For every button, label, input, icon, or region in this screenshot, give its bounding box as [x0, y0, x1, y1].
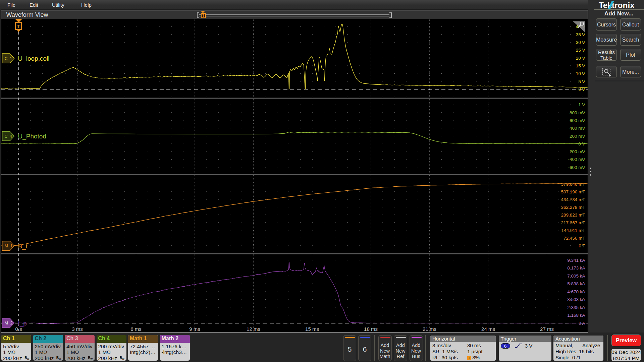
- svg-text:217.367 mT: 217.367 mT: [561, 220, 585, 225]
- svg-text:800 mV: 800 mV: [569, 110, 585, 115]
- svg-text:2.335 kA: 2.335 kA: [567, 305, 585, 310]
- svg-text:18 ms: 18 ms: [364, 326, 378, 332]
- svg-text:8.173 kA: 8.173 kA: [567, 265, 585, 270]
- svg-text:7.005 kA: 7.005 kA: [567, 274, 585, 279]
- svg-text:400 mV: 400 mV: [569, 126, 585, 131]
- svg-text:M 1: M 1: [4, 244, 13, 248]
- svg-text:27 ms: 27 ms: [540, 326, 554, 332]
- svg-text:9 ms: 9 ms: [189, 326, 200, 332]
- svg-text:30 V: 30 V: [576, 40, 585, 45]
- svg-text:362.278 mT: 362.278 mT: [561, 205, 585, 210]
- svg-text:12 ms: 12 ms: [247, 326, 260, 332]
- svg-text:0 s: 0 s: [15, 326, 22, 332]
- svg-text:10 V: 10 V: [576, 71, 585, 76]
- svg-text:4.670 kA: 4.670 kA: [567, 289, 585, 294]
- svg-text:M 2: M 2: [4, 321, 13, 325]
- svg-text:1 V: 1 V: [578, 102, 585, 107]
- svg-text:15 ms: 15 ms: [305, 326, 319, 332]
- svg-text:C 4: C 4: [4, 134, 12, 139]
- svg-text:20 V: 20 V: [576, 56, 585, 61]
- svg-text:B_t: B_t: [18, 243, 28, 250]
- svg-text:5 V: 5 V: [578, 79, 585, 84]
- svg-text:0 A: 0 A: [578, 321, 585, 326]
- svg-text:579.646 mT: 579.646 mT: [561, 182, 585, 187]
- svg-text:507.190 mT: 507.190 mT: [561, 189, 585, 194]
- svg-text:U_Photod: U_Photod: [18, 133, 46, 140]
- svg-text:3 ms: 3 ms: [72, 326, 83, 332]
- svg-text:9.341 kA: 9.341 kA: [567, 258, 585, 263]
- svg-text:T: T: [17, 23, 20, 29]
- svg-text:434.734 mT: 434.734 mT: [561, 197, 585, 202]
- svg-text:-400 mV: -400 mV: [568, 157, 585, 162]
- svg-text:0 T: 0 T: [579, 243, 585, 248]
- svg-text:U_loop,coil: U_loop,coil: [18, 55, 49, 62]
- svg-text:-200 mV: -200 mV: [568, 149, 585, 154]
- svg-text:6 ms: 6 ms: [130, 326, 142, 332]
- svg-text:0 V: 0 V: [578, 141, 585, 146]
- svg-text:5.838 kA: 5.838 kA: [567, 281, 585, 286]
- svg-text:0 V: 0 V: [578, 87, 585, 92]
- svg-text:15 V: 15 V: [576, 63, 585, 68]
- svg-text:C 1: C 1: [4, 56, 12, 61]
- svg-text:72.456 mT: 72.456 mT: [563, 236, 585, 241]
- svg-text:25 V: 25 V: [576, 48, 585, 53]
- svg-text:24 ms: 24 ms: [481, 326, 495, 332]
- svg-text:21 ms: 21 ms: [423, 326, 436, 332]
- svg-text:35 V: 35 V: [576, 32, 585, 37]
- svg-text:289.823 mT: 289.823 mT: [561, 213, 585, 218]
- svg-text:-600 mV: -600 mV: [568, 165, 585, 170]
- svg-text:3.503 kA: 3.503 kA: [567, 297, 585, 302]
- svg-text:200 mV: 200 mV: [569, 134, 585, 139]
- svg-text:144.911 mT: 144.911 mT: [561, 228, 585, 233]
- svg-text:600 mV: 600 mV: [569, 118, 585, 123]
- svg-text:1.168 kA: 1.168 kA: [567, 313, 585, 318]
